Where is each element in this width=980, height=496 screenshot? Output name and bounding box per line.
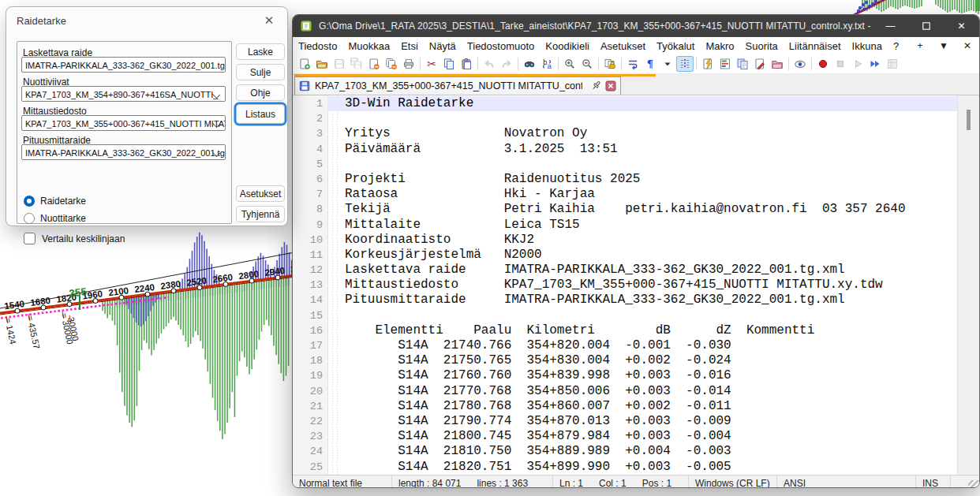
- macro-run-multiple-icon[interactable]: [866, 56, 884, 72]
- menu-liitännäiset[interactable]: Liitännäiset: [784, 40, 847, 52]
- open-file-icon[interactable]: [313, 56, 331, 72]
- status-eol-format[interactable]: Windows (CR LF): [689, 475, 777, 488]
- redo-icon[interactable]: [498, 56, 515, 72]
- line-number[interactable]: 23: [293, 429, 327, 444]
- vertical-scrollbar[interactable]: [957, 95, 979, 475]
- line-number[interactable]: 20: [293, 384, 327, 399]
- menu-suorita[interactable]: Suorita: [740, 40, 784, 52]
- macro-save-icon[interactable]: [884, 56, 901, 72]
- new-file-icon[interactable]: [296, 56, 313, 72]
- line-number[interactable]: 2: [293, 111, 327, 126]
- function-monitor-icon[interactable]: [699, 56, 716, 72]
- sync-scroll-icon[interactable]: [601, 56, 619, 72]
- line-number[interactable]: 16: [293, 323, 327, 338]
- combo-nuottiviivat[interactable]: KPA7_1703_KM_354+890-367+416SA_NUOTTI_: [21, 86, 226, 102]
- listaus-button[interactable]: Listaus: [236, 104, 285, 124]
- line-number[interactable]: 11: [293, 248, 327, 263]
- status-insert-mode[interactable]: INS: [916, 475, 951, 488]
- chevron-down-icon[interactable]: [212, 120, 220, 128]
- save-all-icon[interactable]: [348, 56, 365, 72]
- word-wrap-icon[interactable]: [624, 56, 641, 72]
- menu-ikkuna[interactable]: Ikkuna: [847, 40, 888, 52]
- radio-button-icon[interactable]: [24, 196, 35, 207]
- line-number[interactable]: 3: [293, 126, 327, 141]
- menu-muokkaa[interactable]: Muokkaa: [342, 40, 395, 52]
- chevron-down-icon[interactable]: [212, 149, 220, 157]
- ohje-button[interactable]: Ohje: [236, 84, 285, 101]
- line-number[interactable]: 12: [293, 263, 327, 278]
- show-all-chars-icon[interactable]: ¶: [641, 56, 659, 72]
- close-file-icon[interactable]: [365, 56, 383, 72]
- view-eye-icon[interactable]: [791, 56, 809, 72]
- menu-etsi[interactable]: Etsi: [395, 40, 424, 52]
- text-editor[interactable]: 13D-Win Raidetarke23Yritys Novatron Oy4P…: [293, 95, 979, 475]
- tab-close-icon[interactable]: [605, 80, 616, 91]
- macro-play-icon[interactable]: [849, 56, 866, 72]
- window-titlebar[interactable]: G:\Oma Drive\1_RATA 2025\3_DESTIA\1_Tark…: [293, 15, 979, 37]
- menu-näytä[interactable]: Näytä: [424, 40, 462, 52]
- dialog-titlebar[interactable]: Raidetarke ✕: [6, 7, 287, 34]
- dropdown-arrow-icon[interactable]: [659, 56, 676, 72]
- save-icon[interactable]: [331, 56, 348, 72]
- close-tab-icon[interactable]: ✕: [956, 40, 979, 51]
- line-number[interactable]: 24: [293, 444, 327, 459]
- menu-koodikieli[interactable]: Koodikieli: [540, 40, 595, 52]
- indent-guide-icon[interactable]: [676, 56, 694, 72]
- line-number[interactable]: 8: [293, 202, 327, 217]
- radio-nuottitarke[interactable]: Nuottitarke: [24, 213, 86, 224]
- menu-työkalut[interactable]: Työkalut: [651, 40, 700, 52]
- line-number[interactable]: 14: [293, 293, 327, 308]
- replace-icon[interactable]: ba: [538, 56, 555, 72]
- undo-icon[interactable]: [481, 56, 498, 72]
- paste-icon[interactable]: [458, 56, 475, 72]
- radio-button-icon[interactable]: [24, 213, 35, 224]
- line-number[interactable]: 13: [293, 278, 327, 293]
- menu-makro[interactable]: Makro: [700, 40, 739, 52]
- combo-mittaustiedosto[interactable]: KPA7_1703_KM_355+000-367+415_NUOTTI MITA…: [21, 115, 226, 131]
- tab-active-document[interactable]: KPA7_1703_KM_355+000-367+415_NUOTTI MITA…: [294, 76, 621, 95]
- sulje-button[interactable]: Sulje: [236, 64, 285, 80]
- menu-asetukset[interactable]: Asetukset: [595, 40, 651, 52]
- macro-stop-icon[interactable]: [832, 56, 849, 72]
- maximize-button[interactable]: [908, 15, 944, 37]
- minimize-button[interactable]: —: [873, 15, 908, 37]
- radio-raidetarke[interactable]: Raidetarke: [24, 196, 86, 207]
- pin-icon[interactable]: [590, 80, 602, 91]
- tyhjennä-button[interactable]: Tyhjennä: [236, 206, 285, 222]
- line-number[interactable]: 17: [293, 338, 327, 353]
- combo-pituusmittaraide[interactable]: IMATRA-PARIKKALA_333-362_GK30_2022_001.t…: [21, 144, 226, 160]
- line-number[interactable]: 22: [293, 414, 327, 429]
- chevron-down-icon[interactable]: [212, 91, 220, 99]
- laske-button[interactable]: Laske: [236, 43, 285, 60]
- folder-workspace-icon[interactable]: [769, 56, 786, 72]
- input-laskettava-raide[interactable]: IMATRA-PARIKKALA_333-362_GK30_2022_001.t…: [21, 57, 226, 73]
- macro-record-icon[interactable]: [814, 56, 832, 72]
- find-icon[interactable]: [521, 56, 538, 72]
- document-map-icon[interactable]: [716, 56, 734, 72]
- close-button[interactable]: ✕: [944, 15, 979, 37]
- line-number[interactable]: 21: [293, 399, 327, 414]
- line-number[interactable]: 4: [293, 142, 327, 157]
- line-number[interactable]: 10: [293, 233, 327, 248]
- line-number[interactable]: 15: [293, 308, 327, 323]
- line-number[interactable]: 18: [293, 353, 327, 368]
- zoom-in-icon[interactable]: [561, 56, 578, 72]
- zoom-out-icon[interactable]: [578, 56, 596, 72]
- line-number[interactable]: 25: [293, 460, 327, 475]
- menu-tiedostomuoto[interactable]: Tiedostomuoto: [462, 40, 540, 52]
- asetukset-button[interactable]: Asetukset: [236, 185, 285, 202]
- close-all-icon[interactable]: [383, 56, 400, 72]
- menu-tiedosto[interactable]: Tiedosto: [293, 40, 342, 52]
- status-encoding[interactable]: ANSI: [777, 475, 916, 488]
- new-tab-plus-icon[interactable]: +: [908, 40, 932, 51]
- line-number[interactable]: 7: [293, 187, 327, 202]
- line-number[interactable]: 5: [293, 157, 327, 172]
- scrollbar-thumb[interactable]: [967, 110, 971, 130]
- checkbox-vertailu-keskilinjaan[interactable]: Vertailu keskilinjaan: [24, 233, 125, 244]
- line-number[interactable]: 19: [293, 368, 327, 383]
- cut-icon[interactable]: ✂: [423, 56, 440, 72]
- checkbox-icon[interactable]: [24, 233, 36, 244]
- line-number[interactable]: 1: [293, 96, 327, 111]
- edit-marker-icon[interactable]: [751, 56, 769, 72]
- menu-help[interactable]: ?: [888, 40, 904, 52]
